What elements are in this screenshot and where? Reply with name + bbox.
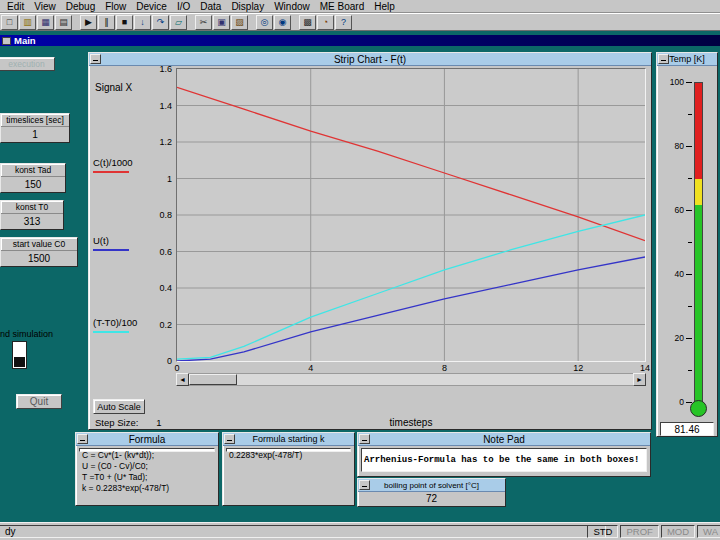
print-icon[interactable]: ▤ <box>55 15 72 30</box>
thermometer-tick <box>686 274 692 275</box>
y-tick-label: 1.6 <box>142 64 172 74</box>
paste-icon[interactable]: ▨ <box>231 15 248 30</box>
konst-t0-control: konst T0 313 <box>0 200 64 230</box>
minimize-icon[interactable] <box>77 434 88 444</box>
step-size: Step Size:1 <box>95 417 162 428</box>
scroll-left-icon[interactable]: ◄ <box>176 373 189 386</box>
note-pad-text-area[interactable]: Arrhenius-Formula has to be the same in … <box>361 448 647 472</box>
copy-icon[interactable]: ▣ <box>213 15 230 30</box>
thermometer-zone <box>695 205 702 403</box>
toolbar-separator <box>188 15 194 30</box>
thermometer-titlebar[interactable]: Temp [K] <box>657 53 717 66</box>
toolbar: □▥▦▤▶∥■↓↷▱✂▣▨◎◉▩◔? <box>0 13 720 31</box>
thermometer-tick-label: 60 <box>659 205 684 215</box>
menu-item-window[interactable]: Window <box>269 0 315 13</box>
flow-icon[interactable]: ▱ <box>170 15 187 30</box>
menubar: EditViewDebugFlowDeviceI/ODataDisplayWin… <box>0 0 720 13</box>
formula-starting-k-title: Formula starting k <box>252 434 324 444</box>
start-execution-button[interactable]: execution <box>0 57 55 71</box>
new-icon[interactable]: □ <box>1 15 18 30</box>
thermometer-tick-label: 20 <box>659 333 684 343</box>
menu-item-edit[interactable]: Edit <box>2 0 29 13</box>
grid-icon[interactable]: ▩ <box>299 15 316 30</box>
menu-item-help[interactable]: Help <box>369 0 400 13</box>
run-icon[interactable]: ▶ <box>80 15 97 30</box>
formula-starting-k-window: Formula starting k 0.2283*exp(-478/T) <box>222 432 355 506</box>
quit-button[interactable]: Quit <box>16 394 62 409</box>
main-window-title: Main <box>14 35 36 46</box>
minimize-icon[interactable] <box>224 434 235 444</box>
help-icon[interactable]: ? <box>335 15 352 30</box>
boiling-point-value[interactable]: 72 <box>358 493 505 504</box>
menu-item-view[interactable]: View <box>29 0 61 13</box>
thermometer-tick <box>686 210 692 211</box>
step-into-icon[interactable]: ↓ <box>134 15 151 30</box>
auto-scale-button[interactable]: Auto Scale <box>93 399 145 414</box>
stop-icon[interactable]: ■ <box>116 15 133 30</box>
legend-item-c: C(t)/1000 <box>93 157 173 173</box>
note-pad-titlebar[interactable]: Note Pad <box>358 433 650 446</box>
open-icon[interactable]: ▥ <box>19 15 36 30</box>
menu-item-i-o[interactable]: I/O <box>172 0 195 13</box>
save-icon[interactable]: ▦ <box>37 15 54 30</box>
legend-label-u: U(t) <box>93 235 173 246</box>
starting-k-text-area[interactable]: 0.2283*exp(-478/T) <box>226 448 351 452</box>
konst-tad-value[interactable]: 150 <box>1 177 65 192</box>
x-axis-title: timesteps <box>176 417 646 428</box>
y-tick-label: 0.2 <box>142 320 172 330</box>
menu-item-display[interactable]: Display <box>226 0 269 13</box>
menu-item-device[interactable]: Device <box>131 0 172 13</box>
starting-k-value: 0.2283*exp(-478/T) <box>229 450 348 461</box>
boiling-point-title: boiling point of solvent [°C] <box>384 481 479 490</box>
main-window-titlebar[interactable]: Main <box>0 35 720 46</box>
strip-chart-plot <box>177 69 645 361</box>
toolbar-separator <box>249 15 255 30</box>
thermometer-tick <box>688 178 692 179</box>
thermometer-window: Temp [K] 81.46 100806040200 <box>656 52 718 437</box>
formula-line: U = (C0 - Cv)/C0; <box>82 461 212 472</box>
formula-starting-k-titlebar[interactable]: Formula starting k <box>223 433 354 446</box>
formula-titlebar[interactable]: Formula <box>76 433 218 446</box>
cyan-line-sample-icon <box>93 331 129 333</box>
find-icon[interactable]: ◎ <box>256 15 273 30</box>
thermometer-tick-label: 100 <box>659 77 684 87</box>
thermometer-tick <box>686 402 692 403</box>
step-over-icon[interactable]: ↷ <box>152 15 169 30</box>
konst-t0-value[interactable]: 313 <box>1 214 63 229</box>
menu-item-me-board[interactable]: ME Board <box>315 0 369 13</box>
boiling-point-titlebar[interactable]: boiling point of solvent [°C] <box>358 479 505 492</box>
find-next-icon[interactable]: ◉ <box>274 15 291 30</box>
y-tick-label: 1 <box>142 174 172 184</box>
thermometer-bulb-icon <box>690 400 707 417</box>
thermometer-tick-label: 0 <box>659 397 684 407</box>
pause-icon[interactable]: ∥ <box>98 15 115 30</box>
menu-item-data[interactable]: Data <box>195 0 226 13</box>
end-simulation-toggle[interactable] <box>12 341 27 369</box>
strip-chart-window: Strip Chart - F(t) Signal X C(t)/1000 U(… <box>88 52 652 430</box>
toolbar-separator <box>292 15 298 30</box>
formula-text-area[interactable]: C = Cv*(1- (kv*dt));U = (C0 - Cv)/C0;T =… <box>79 448 215 452</box>
cut-icon[interactable]: ✂ <box>195 15 212 30</box>
y-tick-label: 0.8 <box>142 210 172 220</box>
thermometer-tick <box>686 146 692 147</box>
formula-line: C = Cv*(1- (kv*dt)); <box>82 450 212 461</box>
timeslices-value[interactable]: 1 <box>1 127 69 142</box>
strip-chart-titlebar[interactable]: Strip Chart - F(t) <box>89 53 651 66</box>
thermometer-tick-label: 40 <box>659 269 684 279</box>
minimize-icon[interactable] <box>658 54 669 64</box>
strip-chart-title: Strip Chart - F(t) <box>334 54 406 65</box>
start-value-c0-value[interactable]: 1500 <box>1 251 77 266</box>
scrollbar-thumb[interactable] <box>189 374 237 385</box>
minimize-icon[interactable] <box>90 54 101 64</box>
scrollbar-track[interactable] <box>189 373 633 386</box>
minimize-icon[interactable] <box>359 434 370 444</box>
menu-item-flow[interactable]: Flow <box>100 0 131 13</box>
scroll-right-icon[interactable]: ► <box>633 373 646 386</box>
note-pad-window: Note Pad Arrhenius-Formula has to be the… <box>357 432 651 477</box>
menu-item-debug[interactable]: Debug <box>61 0 100 13</box>
chart-h-scrollbar[interactable]: ◄ ► <box>176 373 646 386</box>
minimize-icon[interactable] <box>359 480 370 490</box>
clock-icon[interactable]: ◔ <box>317 15 334 30</box>
thermometer-zone <box>695 179 702 205</box>
note-pad-title: Note Pad <box>483 434 525 445</box>
